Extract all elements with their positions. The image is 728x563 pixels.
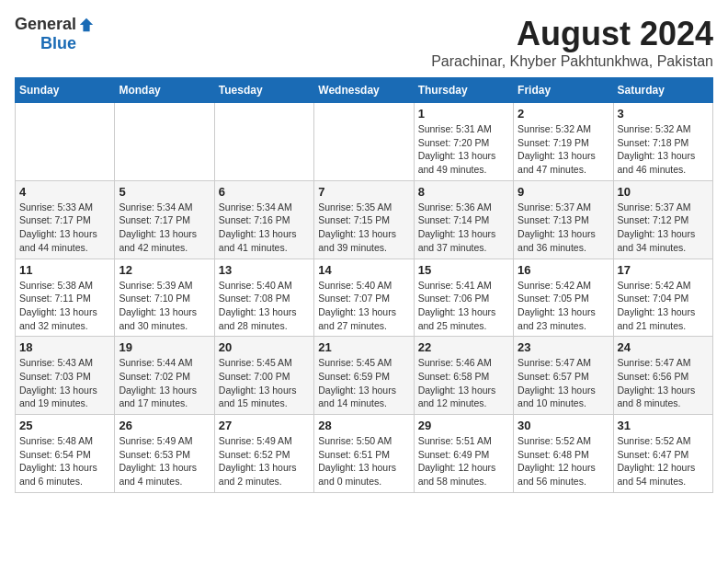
day-number: 1: [418, 107, 509, 121]
day-info: Sunrise: 5:50 AM Sunset: 6:51 PM Dayligh…: [318, 434, 409, 488]
day-info: Sunrise: 5:32 AM Sunset: 7:19 PM Dayligh…: [518, 122, 609, 177]
day-info: Sunrise: 5:52 AM Sunset: 6:48 PM Dayligh…: [518, 434, 609, 488]
day-number: 23: [518, 340, 609, 354]
day-info: Sunrise: 5:46 AM Sunset: 6:58 PM Dayligh…: [418, 356, 509, 410]
calendar-cell: 24Sunrise: 5:47 AM Sunset: 6:56 PM Dayli…: [613, 337, 712, 415]
week-row-3: 11Sunrise: 5:38 AM Sunset: 7:11 PM Dayli…: [16, 259, 713, 337]
calendar-body: 1Sunrise: 5:31 AM Sunset: 7:20 PM Daylig…: [16, 103, 713, 493]
day-info: Sunrise: 5:38 AM Sunset: 7:11 PM Dayligh…: [19, 279, 110, 333]
day-info: Sunrise: 5:48 AM Sunset: 6:54 PM Dayligh…: [19, 434, 110, 488]
day-number: 6: [219, 185, 310, 199]
calendar-cell: 5Sunrise: 5:34 AM Sunset: 7:17 PM Daylig…: [115, 180, 214, 259]
week-row-4: 18Sunrise: 5:43 AM Sunset: 7:03 PM Dayli…: [16, 337, 713, 415]
day-number: 8: [418, 185, 509, 199]
header-day-friday: Friday: [514, 78, 613, 103]
day-info: Sunrise: 5:40 AM Sunset: 7:08 PM Dayligh…: [219, 279, 310, 333]
calendar-cell: 18Sunrise: 5:43 AM Sunset: 7:03 PM Dayli…: [16, 337, 115, 415]
calendar-cell: 4Sunrise: 5:33 AM Sunset: 7:17 PM Daylig…: [16, 180, 115, 259]
day-info: Sunrise: 5:35 AM Sunset: 7:15 PM Dayligh…: [318, 201, 409, 255]
calendar-cell: 20Sunrise: 5:45 AM Sunset: 7:00 PM Dayli…: [214, 337, 313, 415]
calendar-cell: 27Sunrise: 5:49 AM Sunset: 6:52 PM Dayli…: [214, 415, 313, 493]
header-day-monday: Monday: [115, 78, 214, 103]
header-day-tuesday: Tuesday: [214, 78, 313, 103]
day-info: Sunrise: 5:43 AM Sunset: 7:03 PM Dayligh…: [19, 356, 110, 410]
calendar-cell: 1Sunrise: 5:31 AM Sunset: 7:20 PM Daylig…: [414, 103, 513, 181]
day-number: 21: [318, 340, 409, 354]
calendar-cell: 11Sunrise: 5:38 AM Sunset: 7:11 PM Dayli…: [16, 259, 115, 337]
day-info: Sunrise: 5:31 AM Sunset: 7:20 PM Dayligh…: [418, 122, 509, 177]
week-row-2: 4Sunrise: 5:33 AM Sunset: 7:17 PM Daylig…: [16, 180, 713, 259]
calendar-cell: [16, 103, 115, 181]
calendar-header: SundayMondayTuesdayWednesdayThursdayFrid…: [16, 78, 713, 103]
title-block: August 2024 Parachinar, Khyber Pakhtunkh…: [431, 15, 713, 70]
calendar-cell: 30Sunrise: 5:52 AM Sunset: 6:48 PM Dayli…: [514, 415, 613, 493]
calendar-cell: 9Sunrise: 5:37 AM Sunset: 7:13 PM Daylig…: [514, 180, 613, 259]
calendar-cell: 29Sunrise: 5:51 AM Sunset: 6:49 PM Dayli…: [414, 415, 513, 493]
day-info: Sunrise: 5:42 AM Sunset: 7:04 PM Dayligh…: [618, 279, 709, 333]
day-number: 16: [518, 263, 609, 277]
calendar-cell: 28Sunrise: 5:50 AM Sunset: 6:51 PM Dayli…: [314, 415, 414, 493]
logo-general-text: General: [15, 15, 76, 34]
day-number: 27: [219, 419, 310, 432]
calendar-cell: 12Sunrise: 5:39 AM Sunset: 7:10 PM Dayli…: [115, 259, 214, 337]
header-day-wednesday: Wednesday: [314, 78, 414, 103]
calendar-cell: 16Sunrise: 5:42 AM Sunset: 7:05 PM Dayli…: [514, 259, 613, 337]
day-number: 2: [518, 107, 609, 121]
day-info: Sunrise: 5:51 AM Sunset: 6:49 PM Dayligh…: [418, 434, 509, 488]
calendar-cell: 2Sunrise: 5:32 AM Sunset: 7:19 PM Daylig…: [514, 103, 613, 181]
day-number: 22: [418, 340, 509, 354]
day-number: 28: [318, 419, 409, 432]
calendar-cell: 25Sunrise: 5:48 AM Sunset: 6:54 PM Dayli…: [16, 415, 115, 493]
main-title: August 2024: [431, 15, 713, 53]
calendar-cell: 3Sunrise: 5:32 AM Sunset: 7:18 PM Daylig…: [613, 103, 712, 181]
calendar-cell: 15Sunrise: 5:41 AM Sunset: 7:06 PM Dayli…: [414, 259, 513, 337]
day-number: 26: [119, 419, 210, 432]
day-info: Sunrise: 5:33 AM Sunset: 7:17 PM Dayligh…: [19, 201, 110, 255]
calendar-cell: 21Sunrise: 5:45 AM Sunset: 6:59 PM Dayli…: [314, 337, 414, 415]
day-number: 10: [618, 185, 709, 199]
page-header: General Blue August 2024 Parachinar, Khy…: [15, 15, 713, 70]
week-row-5: 25Sunrise: 5:48 AM Sunset: 6:54 PM Dayli…: [16, 415, 713, 493]
day-info: Sunrise: 5:36 AM Sunset: 7:14 PM Dayligh…: [418, 201, 509, 255]
header-row: SundayMondayTuesdayWednesdayThursdayFrid…: [16, 78, 713, 103]
day-number: 20: [219, 340, 310, 354]
day-number: 31: [618, 419, 709, 432]
day-info: Sunrise: 5:34 AM Sunset: 7:17 PM Dayligh…: [119, 201, 210, 255]
day-info: Sunrise: 5:41 AM Sunset: 7:06 PM Dayligh…: [418, 279, 509, 333]
svg-marker-0: [80, 17, 93, 30]
day-number: 19: [119, 340, 210, 354]
day-number: 14: [318, 263, 409, 277]
logo-icon: [78, 17, 95, 33]
day-number: 11: [19, 263, 110, 277]
day-info: Sunrise: 5:42 AM Sunset: 7:05 PM Dayligh…: [518, 279, 609, 333]
day-number: 25: [19, 419, 110, 432]
header-day-thursday: Thursday: [414, 78, 513, 103]
header-day-sunday: Sunday: [16, 78, 115, 103]
calendar-cell: 6Sunrise: 5:34 AM Sunset: 7:16 PM Daylig…: [214, 180, 313, 259]
calendar-cell: [314, 103, 414, 181]
calendar-cell: [115, 103, 214, 181]
day-info: Sunrise: 5:49 AM Sunset: 6:52 PM Dayligh…: [219, 434, 310, 488]
calendar-cell: 13Sunrise: 5:40 AM Sunset: 7:08 PM Dayli…: [214, 259, 313, 337]
calendar-cell: 26Sunrise: 5:49 AM Sunset: 6:53 PM Dayli…: [115, 415, 214, 493]
calendar-cell: 17Sunrise: 5:42 AM Sunset: 7:04 PM Dayli…: [613, 259, 712, 337]
day-number: 17: [618, 263, 709, 277]
logo-blue-text: Blue: [40, 34, 76, 53]
calendar-table: SundayMondayTuesdayWednesdayThursdayFrid…: [15, 77, 713, 493]
day-number: 29: [418, 419, 509, 432]
calendar-cell: 14Sunrise: 5:40 AM Sunset: 7:07 PM Dayli…: [314, 259, 414, 337]
day-number: 13: [219, 263, 310, 277]
day-info: Sunrise: 5:52 AM Sunset: 6:47 PM Dayligh…: [618, 434, 709, 488]
subtitle: Parachinar, Khyber Pakhtunkhwa, Pakistan: [431, 53, 713, 70]
day-number: 30: [518, 419, 609, 432]
calendar-cell: 7Sunrise: 5:35 AM Sunset: 7:15 PM Daylig…: [314, 180, 414, 259]
day-number: 4: [19, 185, 110, 199]
day-number: 3: [618, 107, 709, 121]
calendar-cell: 10Sunrise: 5:37 AM Sunset: 7:12 PM Dayli…: [613, 180, 712, 259]
day-number: 7: [318, 185, 409, 199]
day-info: Sunrise: 5:45 AM Sunset: 6:59 PM Dayligh…: [318, 356, 409, 410]
header-day-saturday: Saturday: [613, 78, 712, 103]
week-row-1: 1Sunrise: 5:31 AM Sunset: 7:20 PM Daylig…: [16, 103, 713, 181]
calendar-cell: 19Sunrise: 5:44 AM Sunset: 7:02 PM Dayli…: [115, 337, 214, 415]
calendar-cell: [214, 103, 313, 181]
